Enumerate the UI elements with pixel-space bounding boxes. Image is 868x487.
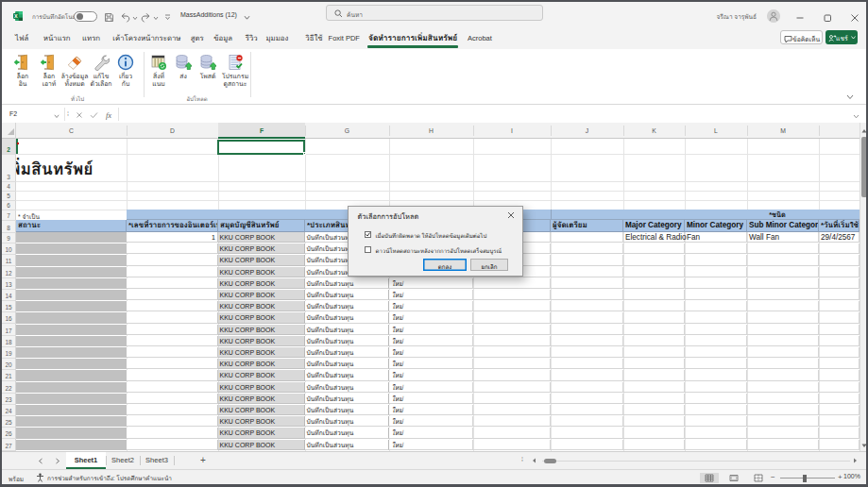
cell-K20[interactable] [623,359,685,369]
page-layout-view-icon[interactable] [724,473,743,483]
cell-N23[interactable] [819,394,859,404]
cell-I18[interactable] [473,336,551,346]
cell-N12[interactable] [819,267,859,277]
cell-I26[interactable] [473,428,551,438]
cell-N15[interactable] [819,301,859,311]
cell-C15[interactable] [16,301,127,311]
redo-icon[interactable] [141,12,151,23]
cell-K16[interactable] [623,312,685,323]
cell-J10[interactable] [551,244,623,254]
cell-M12[interactable] [747,267,819,277]
row-header-8[interactable]: 8 [2,220,15,232]
cell-F9[interactable]: KKU CORP BOOK [218,232,305,243]
cell-G16[interactable]: บันทึกเป็นส่วนทุน [305,312,389,323]
row-header-11[interactable]: 11 [2,255,15,265]
cell-F19[interactable]: KKU CORP BOOK [218,347,305,358]
cell-L15[interactable] [685,301,747,311]
cell-N10[interactable] [819,244,859,254]
ribbon-tab-2[interactable]: หน้าแรก [43,30,71,46]
cell-H13[interactable]: ใหม่ [389,278,473,289]
cell-I16[interactable] [473,312,551,323]
cell-L26[interactable] [685,428,747,438]
cell-F20[interactable]: KKU CORP BOOK [218,359,305,369]
cell-C9[interactable] [16,232,127,243]
cell-K18[interactable] [623,336,685,346]
cell-L12[interactable] [685,267,747,277]
minimize-button[interactable] [793,11,807,25]
cell-I22[interactable] [473,382,551,393]
cell-G27[interactable]: บันทึกเป็นส่วนทุน [305,440,389,450]
cell-J16[interactable] [551,312,623,323]
cell-C11[interactable] [16,255,127,265]
cell-L21[interactable] [685,370,747,380]
scroll-right-icon[interactable] [853,458,858,463]
fill-handle[interactable] [303,152,306,155]
cell-L9[interactable]: Fan [685,232,747,243]
cell-D9[interactable]: 1 [127,232,218,243]
cell-I15[interactable] [473,301,551,311]
zoom-level[interactable]: 100% [843,473,860,479]
cell-D25[interactable] [127,416,218,427]
cell-I24[interactable] [473,405,551,415]
row-header-19[interactable]: 19 [2,347,15,358]
cell-J21[interactable] [551,370,623,380]
cell-N14[interactable] [819,290,859,300]
row-header-2[interactable]: 2 [2,139,15,154]
cell-D15[interactable] [127,301,218,311]
cell-F11[interactable]: KKU CORP BOOK [218,255,305,265]
cell-F24[interactable]: KKU CORP BOOK [218,405,305,415]
normal-view-icon[interactable] [700,473,719,483]
cell-F23[interactable]: KKU CORP BOOK [218,394,305,404]
cell-L27[interactable] [685,440,747,450]
cell-M18[interactable] [747,336,819,346]
cell-G22[interactable]: บันทึกเป็นส่วนทุน [305,382,389,393]
ribbon-tab-12[interactable]: Acrobat [468,30,492,46]
cell-I27[interactable] [473,440,551,450]
cell-G20[interactable]: บันทึกเป็นส่วนทุน [305,359,389,369]
cell-K13[interactable] [623,278,685,289]
column-header-J[interactable]: J [551,123,623,139]
maximize-button[interactable] [821,11,834,25]
horizontal-scroll-thumb[interactable] [544,459,556,463]
cell-F14[interactable]: KKU CORP BOOK [218,290,305,300]
column-header-F[interactable]: F [218,123,305,139]
vertical-scrollbar[interactable] [859,123,866,451]
row-header-27[interactable]: 27 [2,440,15,450]
cell-L19[interactable] [685,347,747,358]
scroll-down-icon[interactable] [861,444,867,448]
column-header-C[interactable]: C [16,123,127,139]
tab-splitter-handle[interactable]: ⁞ [521,456,523,462]
cell-C17[interactable] [16,325,127,335]
cell-F12[interactable]: KKU CORP BOOK [218,267,305,277]
cell-F22[interactable]: KKU CORP BOOK [218,382,305,393]
ribbon-tab-8[interactable]: มุมมอง [265,30,288,46]
cell-J27[interactable] [551,440,623,450]
avatar[interactable] [767,9,780,23]
cell-K14[interactable] [623,290,685,300]
name-box[interactable]: F2 [9,110,17,117]
cell-K15[interactable] [623,301,685,311]
cell-L14[interactable] [685,290,747,300]
cell-H26[interactable]: ใหม่ [389,428,473,438]
cell-G21[interactable]: บันทึกเป็นส่วนทุน [305,370,389,380]
row-header-21[interactable]: 21 [2,370,15,380]
cell-C26[interactable] [16,428,127,438]
user-name[interactable]: จรีณา จารุพันธ์ [676,12,757,22]
cell-N22[interactable] [819,382,859,393]
cell-I21[interactable] [473,370,551,380]
cell-K26[interactable] [623,428,685,438]
row-header-24[interactable]: 24 [2,405,15,415]
ribbon-tab-9[interactable]: วิธีใช้ [305,30,322,46]
ribbon-tab-10[interactable]: Foxit PDF [329,30,360,46]
cell-N18[interactable] [819,336,859,346]
dialog-close-icon[interactable] [507,211,515,219]
prev-sheet-icon[interactable] [38,458,43,464]
cell-J11[interactable] [551,255,623,265]
cell-H27[interactable]: ใหม่ [389,440,473,450]
ribbon-tab-11[interactable]: จัดทำรายการเพิ่มสินทรัพย์ [368,30,457,46]
cell-K22[interactable] [623,382,685,393]
cell-N9[interactable]: 29/4/2567 [819,232,859,243]
cell-J15[interactable] [551,301,623,311]
cell-G13[interactable]: บันทึกเป็นส่วนทุน [305,278,389,289]
cell-H25[interactable]: ใหม่ [389,416,473,427]
